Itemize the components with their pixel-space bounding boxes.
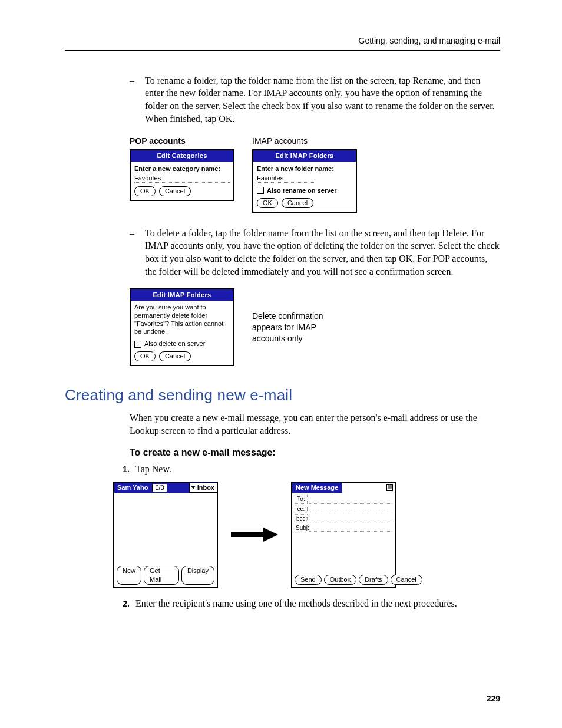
also-rename-checkbox[interactable] <box>257 187 264 194</box>
also-rename-label: Also rename on server <box>267 186 337 195</box>
dialog-delete-confirm: Edit IMAP Folders Are you sure you want … <box>130 288 234 366</box>
folder-name-input[interactable]: Favorites <box>257 174 314 183</box>
dialog-edit-categories: Edit Categories Enter a new category nam… <box>130 149 234 201</box>
chevron-down-icon <box>191 486 196 489</box>
subhead: To create a new e-mail message: <box>130 446 500 459</box>
new-message-screen: New Message To: cc: bcc: Subj: Send Outb… <box>291 482 396 588</box>
bcc-label[interactable]: bcc: <box>295 514 308 523</box>
cancel-button[interactable]: Cancel <box>282 198 313 208</box>
confirm-text: Are you sure you want to permanently del… <box>134 304 230 336</box>
to-input[interactable] <box>309 503 392 504</box>
ok-button[interactable]: OK <box>134 186 156 196</box>
ok-button[interactable]: OK <box>257 198 278 208</box>
bcc-input[interactable] <box>309 523 392 523</box>
cc-input[interactable] <box>309 513 392 513</box>
para-delete: To delete a folder, tap the folder name … <box>145 227 500 278</box>
arrow-right-icon <box>231 528 278 542</box>
step-text: Enter the recipient's name using one of … <box>135 597 457 610</box>
caption-imap: IMAP accounts <box>252 136 357 147</box>
drafts-button[interactable]: Drafts <box>359 575 388 585</box>
send-button[interactable]: Send <box>295 575 322 585</box>
cancel-button[interactable]: Cancel <box>391 575 422 585</box>
folder-name: Inbox <box>197 483 214 492</box>
dash-bullet: – <box>130 227 145 278</box>
delete-note: Delete confirmation appears for IMAP acc… <box>252 311 346 344</box>
cancel-button[interactable]: Cancel <box>159 351 191 361</box>
outbox-button[interactable]: Outbox <box>324 575 356 585</box>
dialog-edit-imap-folders: Edit IMAP Folders Enter a new folder nam… <box>252 149 357 213</box>
get-mail-button[interactable]: Get Mail <box>144 566 179 585</box>
dialog-title: Edit IMAP Folders <box>253 150 356 162</box>
para-intro: When you create a new e-mail message, yo… <box>130 411 500 437</box>
page-number: 229 <box>487 693 500 704</box>
cancel-button[interactable]: Cancel <box>159 186 191 196</box>
dialog-title: Edit Categories <box>131 150 233 162</box>
cc-label[interactable]: cc: <box>295 505 308 514</box>
inbox-screen: Sam Yaho 0/0 Inbox New Get Mail Display <box>113 482 218 588</box>
prompt-label: Enter a new category name: <box>134 164 230 173</box>
display-button[interactable]: Display <box>181 566 214 585</box>
step-text: Tap New. <box>135 463 171 476</box>
also-delete-checkbox[interactable] <box>134 341 141 348</box>
account-name[interactable]: Sam Yaho <box>114 483 151 492</box>
dialog-title: Edit IMAP Folders <box>131 289 233 301</box>
svg-marker-1 <box>263 528 278 542</box>
category-name-input[interactable]: Favorites <box>134 174 230 183</box>
screen-title: New Message <box>292 483 342 492</box>
to-label[interactable]: To: <box>295 495 308 504</box>
dash-bullet: – <box>130 74 145 125</box>
folder-selector[interactable]: Inbox <box>189 483 217 493</box>
subj-label: Subj: <box>295 524 308 532</box>
message-count: 0/0 <box>152 484 167 492</box>
caption-pop: POP accounts <box>130 136 234 147</box>
note-icon[interactable] <box>386 484 393 491</box>
subj-input[interactable] <box>309 531 392 532</box>
section-heading: Creating and sending new e-mail <box>65 385 500 406</box>
prompt-label: Enter a new folder name: <box>257 164 352 173</box>
para-rename: To rename a folder, tap the folder name … <box>145 74 500 125</box>
also-delete-label: Also delete on server <box>144 340 205 348</box>
ok-button[interactable]: OK <box>134 351 156 361</box>
step-number: 1. <box>113 463 135 476</box>
svg-rect-2 <box>387 485 393 491</box>
step-number: 2. <box>113 597 135 610</box>
new-button[interactable]: New <box>117 566 141 585</box>
running-head: Getting, sending, and managing e-mail <box>65 35 500 51</box>
